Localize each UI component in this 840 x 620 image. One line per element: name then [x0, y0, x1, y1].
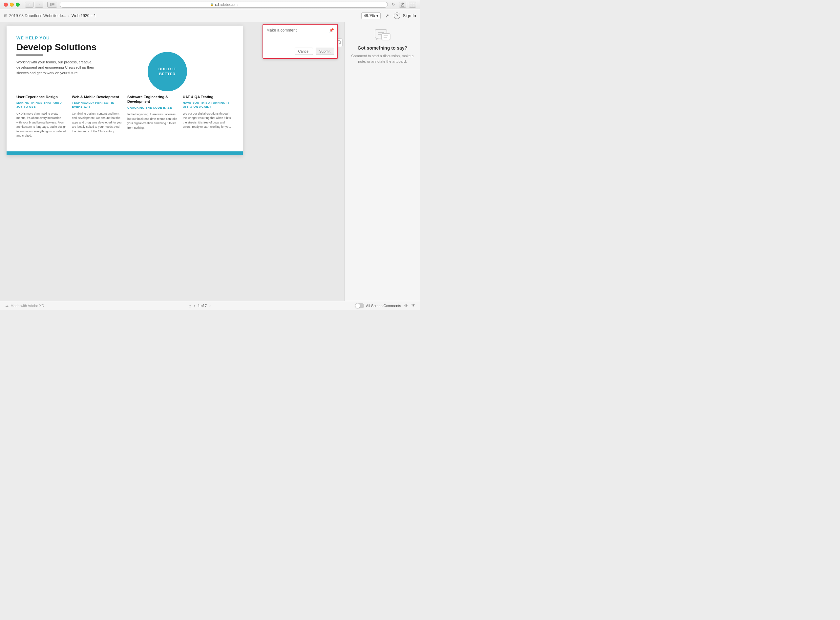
svg-rect-7: [382, 33, 390, 40]
back-button[interactable]: ‹: [25, 2, 33, 8]
svg-rect-1: [52, 3, 54, 4]
reload-button[interactable]: ↻: [390, 2, 396, 8]
main-area: WE HELP YOU Develop Solutions Working wi…: [0, 23, 420, 301]
lock-icon: 🔒: [210, 3, 214, 6]
service-web-subtitle: TECHNICALLY PERFECT IN EVERY WAY: [72, 101, 122, 109]
right-panel-heading: Got something to say?: [358, 45, 408, 51]
hero-section: WE HELP YOU Develop Solutions Working wi…: [16, 35, 233, 81]
service-web-desc: Combining design, content and front end …: [72, 112, 122, 134]
comment-popup: 📌 Cancel Submit: [262, 24, 338, 59]
service-web-title: Web & Mobile Development: [72, 95, 122, 99]
svg-rect-2: [52, 4, 54, 5]
close-button[interactable]: [4, 3, 8, 7]
heading-underline: [16, 54, 43, 56]
help-button[interactable]: ?: [394, 12, 400, 19]
zoom-chevron: ▾: [376, 14, 378, 18]
service-uat-title: UAT & QA Testing: [183, 95, 233, 99]
comment-actions: Cancel Submit: [266, 48, 334, 55]
made-with-area: ☁ Made with Adobe XD: [5, 304, 44, 308]
toolbar-right: 49.7% ▾ ⤢ ? Sign In: [361, 12, 416, 20]
url-bar[interactable]: 🔒 xd.adobe.com: [60, 2, 388, 8]
url-text: xd.adobe.com: [215, 3, 238, 7]
prev-page-button[interactable]: ‹: [194, 303, 195, 308]
hero-heading: Develop Solutions: [16, 42, 233, 53]
right-panel-description: Comment to start a discussion, make a no…: [350, 53, 415, 64]
made-with-text: Made with Adobe XD: [10, 304, 44, 308]
breadcrumb-separator: ›: [68, 14, 70, 18]
submit-button[interactable]: Submit: [316, 48, 334, 55]
circle-text-line2: BETTER: [159, 72, 176, 77]
minimize-button[interactable]: [10, 3, 14, 7]
cancel-button[interactable]: Cancel: [295, 48, 313, 55]
bottom-right: All Screen Comments 👁 ⧩: [355, 303, 415, 308]
zoom-value: 49.7%: [364, 14, 375, 18]
service-uxd-title: User Experience Design: [16, 95, 67, 99]
sidebar-button[interactable]: [47, 2, 57, 8]
forward-button[interactable]: ›: [35, 2, 44, 8]
service-uat-desc: We put our digital creations through the…: [183, 112, 233, 129]
service-uat-subtitle: HAVE YOU TRIED TURNING IT OFF & ON AGAIN…: [183, 101, 233, 109]
service-web: Web & Mobile Development TECHNICALLY PER…: [72, 95, 122, 138]
eye-icon[interactable]: 👁: [404, 303, 408, 308]
hero-description: Working with your teams, our process, cr…: [16, 59, 95, 76]
service-software-desc: In the beginning, there was darkness, bu…: [128, 112, 177, 130]
service-uxd: User Experience Design MAKING THINGS THA…: [16, 95, 67, 138]
right-panel: Got something to say? Comment to start a…: [345, 23, 420, 301]
page-nav: ⌂ ‹ 1 of 7 ›: [188, 303, 211, 308]
bottom-bar: ☁ Made with Adobe XD ⌂ ‹ 1 of 7 › All Sc…: [0, 301, 420, 310]
canvas-area: WE HELP YOU Develop Solutions Working wi…: [0, 23, 345, 301]
svg-rect-0: [50, 3, 51, 6]
app-toolbar: ⊞ 2019-03 Dauntless Website de... › Web …: [0, 9, 420, 23]
service-uxd-desc: UXD is more than making pretty menus, it…: [16, 112, 67, 138]
artboard-content: WE HELP YOU Develop Solutions Working wi…: [7, 26, 243, 145]
pin-icon[interactable]: 📌: [329, 28, 334, 33]
traffic-lights: [4, 3, 20, 7]
all-screen-comments-toggle-area: All Screen Comments: [355, 303, 401, 308]
artboard: WE HELP YOU Develop Solutions Working wi…: [7, 26, 243, 155]
services-grid: User Experience Design MAKING THINGS THA…: [16, 88, 233, 138]
comment-bubble-icon: [374, 29, 391, 42]
all-screen-comments-toggle[interactable]: [355, 303, 364, 308]
service-uxd-subtitle: MAKING THINGS THAT ARE A JOY TO USE: [16, 101, 67, 109]
all-screen-comments-label: All Screen Comments: [366, 304, 401, 308]
service-software: Software Engineering & Development CRACK…: [128, 95, 177, 138]
home-icon[interactable]: ⌂: [188, 303, 191, 308]
xd-logo-icon: ☁: [5, 304, 9, 307]
service-uat: UAT & QA Testing HAVE YOU TRIED TURNING …: [183, 95, 233, 138]
build-circle: BUILD IT BETTER: [148, 52, 187, 91]
next-page-button[interactable]: ›: [209, 303, 211, 308]
filter-icon[interactable]: ⧩: [411, 303, 415, 308]
toggle-knob: [356, 303, 360, 308]
eyebrow-text: WE HELP YOU: [16, 35, 233, 41]
svg-rect-3: [52, 6, 54, 6]
titlebar: ‹ › 🔒 xd.adobe.com ↻: [0, 0, 420, 9]
fullscreen-button[interactable]: [409, 2, 416, 8]
page-indicator: 1 of 7: [198, 304, 207, 308]
maximize-button[interactable]: [16, 3, 20, 7]
signin-button[interactable]: Sign In: [403, 13, 416, 18]
grid-icon: ⊞: [4, 14, 7, 18]
breadcrumb-page: Web 1920 – 1: [72, 14, 96, 18]
expand-button[interactable]: ⤢: [383, 12, 391, 20]
nav-buttons: ‹ ›: [25, 2, 44, 8]
breadcrumb-area: ⊞ 2019-03 Dauntless Website de... › Web …: [4, 14, 358, 18]
circle-text-line1: BUILD IT: [159, 67, 176, 72]
zoom-selector[interactable]: 49.7% ▾: [361, 12, 380, 19]
service-software-title: Software Engineering & Development: [128, 95, 177, 104]
share-button[interactable]: [399, 2, 406, 8]
comment-input[interactable]: [266, 28, 334, 44]
hero-text: WE HELP YOU Develop Solutions Working wi…: [16, 35, 233, 75]
breadcrumb-project[interactable]: 2019-03 Dauntless Website de...: [9, 14, 66, 18]
blue-footer-bar: [7, 151, 243, 155]
service-software-subtitle: CRACKING THE CODE BASE: [128, 106, 177, 110]
